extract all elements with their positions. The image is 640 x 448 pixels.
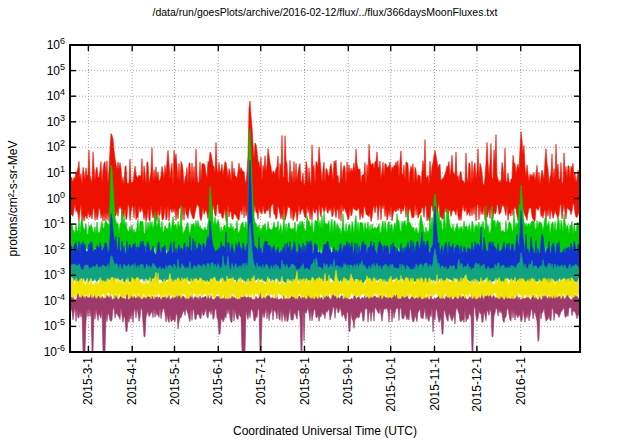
x-tick-label: 2015-5-1: [168, 357, 182, 405]
y-tick-label: 105: [47, 62, 65, 78]
x-tick-label: 2015-3-1: [81, 357, 95, 405]
x-tick-label: 2015-12-1: [470, 357, 484, 412]
y-tick-labels: 10610510410310210110010-110-210-310-410-…: [44, 36, 65, 359]
x-tick-label: 2015-9-1: [341, 357, 355, 405]
x-tick-label: 2015-6-1: [211, 357, 225, 405]
y-tick-label: 10-1: [44, 215, 65, 231]
y-tick-label: 106: [47, 36, 65, 52]
x-tick-label: 2015-11-1: [428, 357, 442, 411]
x-axis-title: Coordinated Universal Time (UTC): [70, 424, 580, 438]
y-tick-label: 10-6: [44, 343, 65, 359]
x-tick-label: 2015-8-1: [298, 357, 312, 405]
y-tick-label: 10-4: [44, 292, 65, 308]
x-tick-label: 2016-1-1: [514, 357, 528, 405]
y-axis-title: protons/cm²-s-sr-MeV: [6, 45, 20, 352]
x-tick-label: 2015-7-1: [254, 357, 268, 405]
x-tick-label: 2015-10-1: [384, 357, 398, 412]
plot-area: 10610510410310210110010-110-210-310-410-…: [0, 0, 640, 448]
y-tick-label: 10-3: [44, 266, 65, 282]
series-layer: [70, 101, 580, 352]
x-tick-labels: 2015-3-12015-4-12015-5-12015-6-12015-7-1…: [81, 357, 527, 412]
y-tick-label: 100: [47, 190, 65, 206]
y-tick-label: 10-2: [44, 241, 65, 257]
y-tick-label: 104: [47, 87, 65, 103]
series-red: [70, 101, 580, 221]
x-tick-label: 2015-4-1: [125, 357, 139, 405]
goes-proton-flux-plot: /data/run/goesPlots/archive/2016-02-12/f…: [0, 0, 640, 448]
y-tick-label: 102: [47, 138, 65, 154]
y-tick-label: 101: [47, 164, 65, 180]
y-tick-label: 10-5: [44, 317, 65, 333]
y-tick-label: 103: [47, 113, 65, 129]
